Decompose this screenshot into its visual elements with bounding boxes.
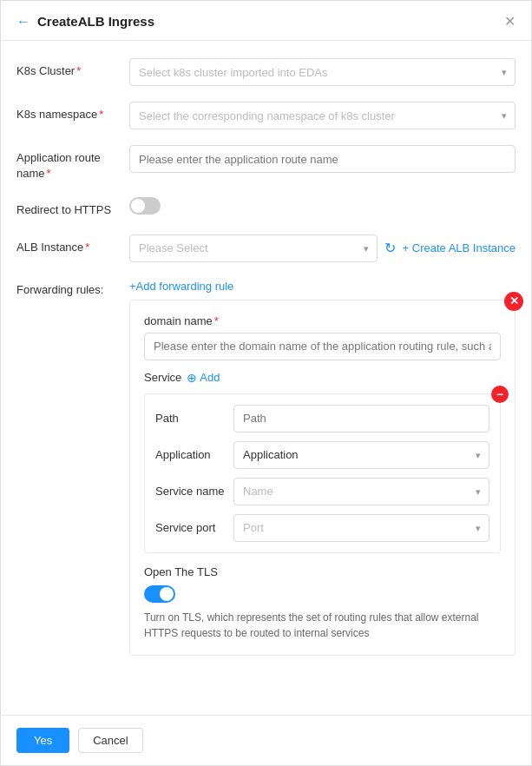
path-control — [233, 405, 489, 433]
service-name-control: Name ▾ — [233, 478, 489, 505]
back-arrow-icon[interactable]: ← — [16, 14, 30, 30]
redirect-https-toggle-wrapper — [129, 197, 516, 215]
domain-name-row: domain name* — [144, 314, 501, 360]
app-route-name-input[interactable] — [129, 145, 516, 173]
service-name-label: Service name — [155, 485, 233, 498]
tls-description: Turn on TLS, which represents the set of… — [144, 610, 501, 641]
modal-header: ← CreateALB Ingress ✕ — [1, 1, 531, 41]
path-field-row: Path — [155, 405, 489, 433]
service-name-field-row: Service name Name ▾ — [155, 478, 489, 505]
service-name-select[interactable]: Name — [233, 478, 489, 505]
service-item: − Path Application — [144, 393, 501, 553]
path-input[interactable] — [233, 405, 489, 433]
application-select[interactable]: Application — [233, 441, 489, 469]
add-service-label: Add — [200, 371, 220, 384]
k8s-cluster-label: K8s Cluster* — [16, 58, 129, 79]
tls-toggle-thumb — [160, 587, 174, 601]
tls-toggle[interactable] — [144, 585, 175, 603]
redirect-https-toggle-thumb — [131, 199, 145, 213]
tls-toggle-wrap — [144, 585, 501, 603]
alb-instance-row: ALB Instance* Please Select ▾ ↻ + Create… — [16, 234, 516, 262]
forwarding-rules-label: Forwarding rules: — [16, 278, 129, 296]
k8s-namespace-row: K8s namespace* Select the corresponding … — [16, 102, 516, 129]
cancel-button[interactable]: Cancel — [78, 728, 142, 753]
app-route-name-row: Application route name* — [16, 145, 516, 182]
k8s-cluster-select[interactable]: Select k8s cluster imported into EDAs — [129, 58, 516, 86]
alb-instance-select-wrapper: Please Select ▾ — [129, 234, 378, 262]
k8s-namespace-select[interactable]: Select the corresponding namespace of k8… — [129, 102, 516, 129]
alb-instance-control: Please Select ▾ ↻ + Create ALB Instance — [129, 234, 516, 262]
app-route-name-label: Application route name* — [16, 145, 129, 182]
forwarding-card-close-button[interactable]: ✕ — [504, 292, 523, 311]
tls-label: Open The TLS — [144, 565, 501, 578]
forwarding-rules-control: +Add forwarding rule ✕ domain name* Serv… — [129, 278, 516, 656]
modal-title: CreateALB Ingress — [37, 14, 154, 29]
add-service-button[interactable]: ⊕ Add — [187, 371, 220, 385]
redirect-https-label: Redirect to HTTPS — [16, 197, 129, 218]
service-port-control: Port ▾ — [233, 514, 489, 542]
alb-instance-row-inner: Please Select ▾ ↻ + Create ALB Instance — [129, 234, 516, 262]
service-port-label: Service port — [155, 521, 233, 534]
application-field-row: Application Application ▾ — [155, 441, 489, 469]
domain-name-input[interactable] — [144, 333, 501, 360]
modal-body: K8s Cluster* Select k8s cluster imported… — [1, 41, 531, 715]
redirect-https-control — [129, 197, 516, 215]
redirect-https-row: Redirect to HTTPS — [16, 197, 516, 218]
k8s-namespace-label: K8s namespace* — [16, 102, 129, 122]
service-port-field-row: Service port Port ▾ — [155, 514, 489, 542]
refresh-button[interactable]: ↻ — [384, 240, 396, 256]
forwarding-rules-row: Forwarding rules: +Add forwarding rule ✕… — [16, 278, 516, 656]
create-alb-ingress-modal: ← CreateALB Ingress ✕ K8s Cluster* Selec… — [0, 0, 532, 766]
add-circle-icon: ⊕ — [187, 371, 197, 385]
yes-button[interactable]: Yes — [16, 728, 69, 753]
service-label: Service — [144, 371, 181, 384]
k8s-cluster-control: Select k8s cluster imported into EDAs ▾ — [129, 58, 516, 86]
modal-footer: Yes Cancel — [1, 715, 531, 765]
alb-instance-select[interactable]: Please Select — [129, 234, 378, 262]
tls-section: Open The TLS Turn on TLS, which represen… — [144, 565, 501, 641]
service-remove-button[interactable]: − — [491, 386, 509, 403]
redirect-https-toggle[interactable] — [129, 197, 161, 215]
add-forwarding-rule-link[interactable]: +Add forwarding rule — [129, 280, 233, 293]
app-route-name-control — [129, 145, 516, 173]
close-button[interactable]: ✕ — [504, 13, 516, 30]
k8s-namespace-select-wrapper: Select the corresponding namespace of k8… — [129, 102, 516, 129]
header-left: ← CreateALB Ingress — [16, 14, 154, 30]
alb-instance-label: ALB Instance* — [16, 234, 129, 255]
forwarding-card: ✕ domain name* Service ⊕ Add — [129, 300, 516, 656]
domain-name-label: domain name* — [144, 314, 501, 327]
application-control: Application ▾ — [233, 441, 489, 469]
path-label: Path — [155, 412, 233, 425]
service-header: Service ⊕ Add — [144, 371, 501, 385]
service-port-select[interactable]: Port — [233, 514, 489, 542]
create-alb-link[interactable]: + Create ALB Instance — [403, 241, 516, 254]
application-label: Application — [155, 448, 233, 461]
k8s-cluster-row: K8s Cluster* Select k8s cluster imported… — [16, 58, 516, 86]
k8s-cluster-select-wrapper: Select k8s cluster imported into EDAs ▾ — [129, 58, 516, 86]
k8s-namespace-control: Select the corresponding namespace of k8… — [129, 102, 516, 129]
